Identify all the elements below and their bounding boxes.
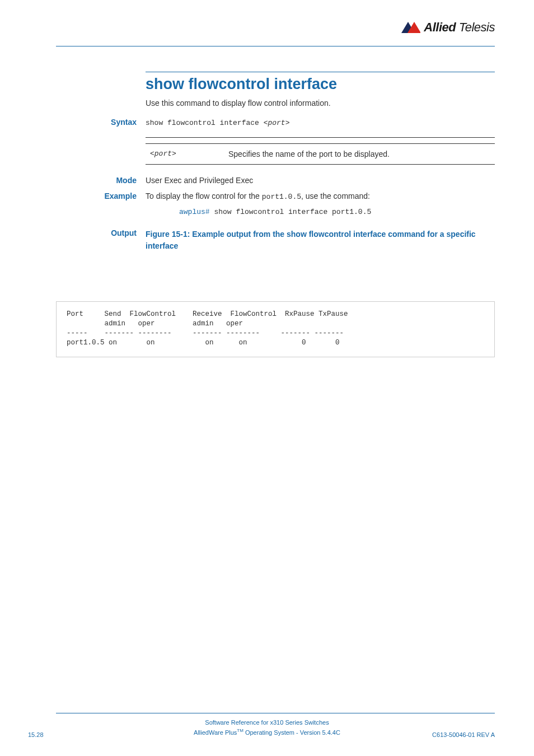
syntax-cmd-param: <port> bbox=[264, 119, 290, 127]
example-row: Example To display the flow control for … bbox=[56, 192, 495, 216]
footer-tm: TM bbox=[237, 728, 243, 733]
param-desc: Specifies the name of the port to be dis… bbox=[228, 150, 490, 158]
param-table: <port> Specifies the name of the port to… bbox=[146, 137, 495, 165]
example-inline-code: port1.0.5 bbox=[262, 193, 301, 201]
table-row: <port> Specifies the name of the port to… bbox=[146, 144, 495, 164]
syntax-body: show flowcontrol interface <port> bbox=[146, 118, 495, 127]
output-caption: Figure 15-1: Example output from the sho… bbox=[146, 228, 495, 252]
example-text-before: To display the flow control for the bbox=[146, 192, 262, 200]
logo-text: Allied Telesis bbox=[424, 20, 495, 35]
cli-prompt: awplus# bbox=[179, 208, 210, 216]
footer-line2-post: Operating System - Version 5.4.4C bbox=[243, 729, 340, 736]
mode-row: Mode User Exec and Privileged Exec bbox=[56, 176, 495, 185]
syntax-cmd-prefix: show flowcontrol interface bbox=[146, 119, 264, 127]
syntax-row: Syntax show flowcontrol interface <port> bbox=[56, 118, 495, 127]
page-title: show flowcontrol interface bbox=[146, 76, 495, 93]
footer-line2-pre: AlliedWare Plus bbox=[194, 729, 237, 736]
header-rule bbox=[56, 46, 495, 46]
footer: Software Reference for x310 Series Switc… bbox=[0, 713, 534, 737]
footer-page-left: 15.28 bbox=[28, 731, 44, 738]
example-body: To display the flow control for the port… bbox=[146, 192, 495, 216]
logo-brand-light: Telesis bbox=[456, 20, 495, 34]
footer-page-right: C613-50046-01 REV A bbox=[432, 731, 495, 738]
intro-text: Use this command to display flow control… bbox=[146, 99, 495, 108]
figure-output-box: Port Send FlowControl Receive FlowContro… bbox=[56, 301, 495, 357]
output-label: Output bbox=[56, 228, 146, 237]
logo-icon bbox=[401, 22, 420, 33]
example-label: Example bbox=[56, 192, 146, 200]
mode-body: User Exec and Privileged Exec bbox=[146, 176, 495, 185]
content: show flowcontrol interface Use this comm… bbox=[56, 72, 495, 259]
mode-label: Mode bbox=[56, 176, 146, 185]
param-name: <port> bbox=[150, 150, 206, 158]
output-row: Output Figure 15-1: Example output from … bbox=[56, 228, 495, 252]
syntax-label: Syntax bbox=[56, 118, 146, 127]
title-rule bbox=[146, 72, 495, 72]
page: Allied Telesis show flowcontrol interfac… bbox=[0, 0, 534, 756]
brand-logo: Allied Telesis bbox=[401, 20, 495, 35]
footer-line1: Software Reference for x310 Series Switc… bbox=[0, 718, 534, 727]
cli-command: show flowcontrol interface port1.0.5 bbox=[210, 208, 372, 216]
footer-rule bbox=[56, 713, 495, 713]
table-rule-bottom bbox=[146, 164, 495, 165]
command-block: awplus# show flowcontrol interface port1… bbox=[179, 207, 495, 216]
logo-brand-strong: Allied bbox=[424, 20, 456, 34]
example-text-after: , use the command: bbox=[301, 192, 370, 200]
